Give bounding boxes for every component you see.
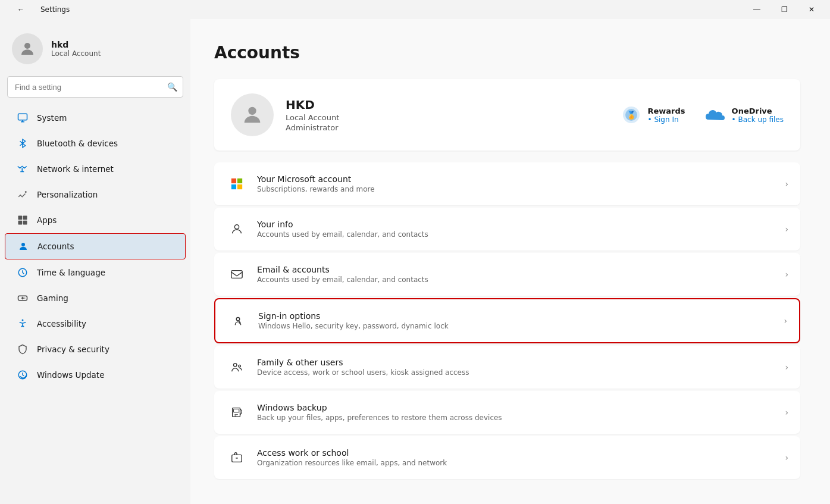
sidebar-username: hkd — [51, 40, 101, 49]
microsoft-account-text: Your Microsoft account Subscriptions, re… — [257, 174, 785, 193]
settings-row-signin-options[interactable]: Sign-in options Windows Hello, security … — [214, 298, 800, 343]
sidebar-item-time[interactable]: Time & language — [5, 260, 186, 285]
sidebar-item-label: Time & language — [37, 268, 105, 277]
settings-rows-container: Your Microsoft account Subscriptions, re… — [214, 162, 800, 479]
svg-point-13 — [248, 107, 256, 115]
svg-point-7 — [21, 243, 25, 246]
accessibility-nav-icon — [17, 318, 29, 330]
svg-text:🏅: 🏅 — [627, 110, 637, 120]
settings-row-windows-backup[interactable]: Windows backup Back up your files, apps,… — [214, 391, 800, 434]
titlebar-left: ← Settings — [7, 0, 70, 19]
back-button[interactable]: ← — [7, 0, 35, 19]
sidebar-item-apps[interactable]: Apps — [5, 208, 186, 233]
sidebar-item-label: Accounts — [37, 242, 74, 251]
rewards-badge-icon: 🏅 — [622, 105, 641, 124]
search-input[interactable] — [7, 76, 183, 98]
svg-rect-4 — [23, 216, 27, 220]
account-hero: HKD Local Account Administrator 🏅 Reward… — [214, 79, 800, 151]
rewards-icon: 🏅 — [621, 104, 642, 126]
svg-rect-6 — [23, 221, 27, 225]
sidebar-item-system[interactable]: System — [5, 105, 186, 130]
hero-account-type: Local Account — [286, 113, 621, 122]
email-accounts-title: Email & accounts — [257, 265, 785, 274]
access-work-text: Access work or school Organization resou… — [257, 448, 785, 467]
sidebar-item-label: Accessibility — [37, 319, 86, 328]
microsoft-account-icon — [226, 173, 248, 195]
sidebar-item-network[interactable]: Network & internet — [5, 156, 186, 181]
signin-options-chevron: › — [784, 316, 787, 325]
sidebar-item-label: System — [37, 113, 67, 123]
minimize-button[interactable]: — — [743, 0, 771, 19]
sidebar-item-accounts[interactable]: Accounts — [5, 233, 186, 259]
sidebar-item-label: Personalization — [37, 190, 98, 199]
hero-avatar-icon — [240, 103, 264, 127]
svg-point-23 — [236, 318, 240, 321]
svg-point-21 — [234, 225, 239, 229]
your-info-title: Your info — [257, 220, 785, 229]
nav-container: System Bluetooth & devices Network & int… — [0, 105, 190, 388]
avatar-icon — [18, 40, 36, 58]
sidebar-user: hkd Local Account — [0, 26, 190, 76]
microsoft-account-sub: Subscriptions, rewards and more — [257, 185, 785, 193]
svg-rect-19 — [231, 184, 236, 189]
svg-rect-5 — [18, 221, 23, 225]
family-users-title: Family & other users — [257, 358, 785, 367]
sidebar-item-label: Privacy & security — [37, 345, 109, 354]
signin-options-title: Sign-in options — [258, 311, 784, 321]
family-users-sub: Device access, work or school users, kio… — [257, 368, 785, 377]
rewards-action[interactable]: 🏅 Rewards • Sign In — [621, 104, 685, 126]
close-button[interactable]: ✕ — [798, 0, 825, 19]
settings-row-your-info[interactable]: Your info Accounts used by email, calend… — [214, 208, 800, 251]
svg-point-0 — [24, 43, 30, 49]
sidebar-item-gaming[interactable]: Gaming — [5, 286, 186, 311]
svg-rect-27 — [234, 409, 239, 413]
network-nav-icon — [17, 163, 29, 175]
settings-row-family-users[interactable]: Family & other users Device access, work… — [214, 346, 800, 389]
settings-row-microsoft-account[interactable]: Your Microsoft account Subscriptions, re… — [214, 162, 800, 205]
update-nav-icon — [17, 369, 29, 381]
svg-rect-1 — [18, 114, 27, 120]
svg-point-10 — [24, 298, 26, 299]
maximize-button[interactable]: ❐ — [771, 0, 798, 19]
sidebar-account-type: Local Account — [51, 49, 101, 58]
svg-point-2 — [25, 191, 27, 193]
family-users-icon — [226, 356, 248, 378]
svg-rect-22 — [231, 271, 242, 278]
onedrive-title: OneDrive — [732, 107, 784, 115]
your-info-text: Your info Accounts used by email, calend… — [257, 220, 785, 239]
signin-options-sub: Windows Hello, security key, password, d… — [258, 322, 784, 330]
hero-avatar — [231, 93, 274, 136]
onedrive-action[interactable]: OneDrive • Back up files — [704, 104, 784, 126]
onedrive-sub: • Back up files — [732, 115, 784, 124]
sidebar-item-personalization[interactable]: Personalization — [5, 182, 186, 207]
your-info-sub: Accounts used by email, calendar, and co… — [257, 230, 785, 239]
family-users-chevron: › — [785, 362, 788, 372]
rewards-text: Rewards • Sign In — [648, 107, 685, 124]
personalization-nav-icon — [17, 189, 29, 201]
sidebar-item-update[interactable]: Windows Update — [5, 362, 186, 387]
sidebar-item-privacy[interactable]: Privacy & security — [5, 337, 186, 362]
sidebar-search[interactable]: 🔍 — [7, 76, 183, 98]
svg-point-11 — [22, 320, 24, 321]
rewards-title: Rewards — [648, 107, 685, 115]
sidebar-item-label: Gaming — [37, 293, 68, 303]
sidebar-item-accessibility[interactable]: Accessibility — [5, 311, 186, 336]
svg-point-24 — [234, 364, 237, 367]
microsoft-account-title: Your Microsoft account — [257, 174, 785, 184]
search-icon: 🔍 — [167, 82, 177, 92]
bluetooth-nav-icon — [17, 137, 29, 149]
access-work-sub: Organization resources like email, apps,… — [257, 459, 785, 467]
gaming-nav-icon — [17, 292, 29, 304]
hero-role: Administrator — [286, 123, 621, 132]
content-area: Accounts HKD Local Account Administrator — [190, 19, 830, 504]
access-work-chevron: › — [785, 453, 788, 462]
sidebar-item-bluetooth[interactable]: Bluetooth & devices — [5, 131, 186, 156]
rewards-sub: • Sign In — [648, 115, 685, 124]
settings-row-email-accounts[interactable]: Email & accounts Accounts used by email,… — [214, 253, 800, 296]
sidebar-item-label: Network & internet — [37, 164, 114, 174]
windows-backup-icon — [226, 402, 248, 423]
settings-row-access-work[interactable]: Access work or school Organization resou… — [214, 436, 800, 479]
email-accounts-chevron: › — [785, 270, 788, 279]
app-container: hkd Local Account 🔍 System Bluetooth & d… — [0, 19, 830, 504]
svg-rect-18 — [237, 179, 242, 183]
